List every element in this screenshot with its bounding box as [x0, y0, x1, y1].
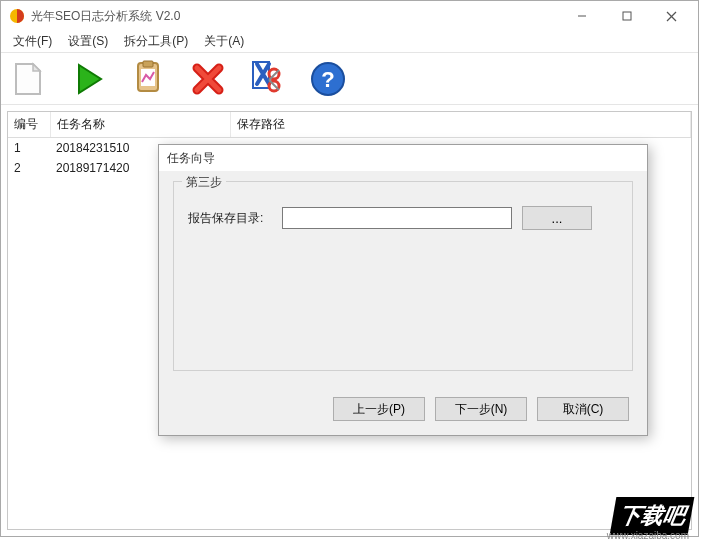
titlebar: 光年SEO日志分析系统 V2.0	[1, 1, 698, 31]
minimize-button[interactable]	[559, 2, 604, 30]
browse-button[interactable]: ...	[522, 206, 592, 230]
dialog-buttons: 上一步(P) 下一步(N) 取消(C)	[333, 397, 629, 421]
save-dir-label: 报告保存目录:	[188, 210, 272, 227]
menu-file[interactable]: 文件(F)	[5, 31, 60, 52]
col-header-id[interactable]: 编号	[8, 112, 50, 138]
task-wizard-dialog: 任务向导 第三步 报告保存目录: ... 上一步(P) 下一步(N) 取消(C)	[158, 144, 648, 436]
toolbar: ?	[1, 53, 698, 105]
cell-id: 2	[8, 158, 50, 178]
next-button[interactable]: 下一步(N)	[435, 397, 527, 421]
svg-text:?: ?	[321, 67, 334, 92]
step-label: 第三步	[182, 174, 226, 191]
delete-icon[interactable]	[187, 58, 229, 100]
maximize-button[interactable]	[604, 2, 649, 30]
svg-rect-7	[143, 61, 153, 67]
prev-button[interactable]: 上一步(P)	[333, 397, 425, 421]
menu-settings[interactable]: 设置(S)	[60, 31, 116, 52]
close-button[interactable]	[649, 2, 694, 30]
window-title: 光年SEO日志分析系统 V2.0	[31, 8, 559, 25]
cut-icon[interactable]	[247, 58, 289, 100]
menu-about[interactable]: 关于(A)	[196, 31, 252, 52]
report-icon[interactable]	[127, 58, 169, 100]
run-icon[interactable]	[67, 58, 109, 100]
cell-id: 1	[8, 138, 50, 159]
new-file-icon[interactable]	[7, 58, 49, 100]
step-fieldset: 第三步 报告保存目录: ...	[173, 181, 633, 371]
window-controls	[559, 2, 694, 30]
col-header-path[interactable]: 保存路径	[230, 112, 691, 138]
col-header-name[interactable]: 任务名称	[50, 112, 230, 138]
svg-rect-2	[623, 12, 631, 20]
save-dir-input[interactable]	[282, 207, 512, 229]
save-dir-row: 报告保存目录: ...	[188, 206, 618, 230]
help-icon[interactable]: ?	[307, 58, 349, 100]
dialog-title: 任务向导	[167, 150, 215, 167]
dialog-titlebar[interactable]: 任务向导	[159, 145, 647, 171]
menubar: 文件(F) 设置(S) 拆分工具(P) 关于(A)	[1, 31, 698, 53]
cancel-button[interactable]: 取消(C)	[537, 397, 629, 421]
app-icon	[9, 8, 25, 24]
menu-split[interactable]: 拆分工具(P)	[116, 31, 196, 52]
dialog-body: 第三步 报告保存目录: ...	[159, 171, 647, 379]
